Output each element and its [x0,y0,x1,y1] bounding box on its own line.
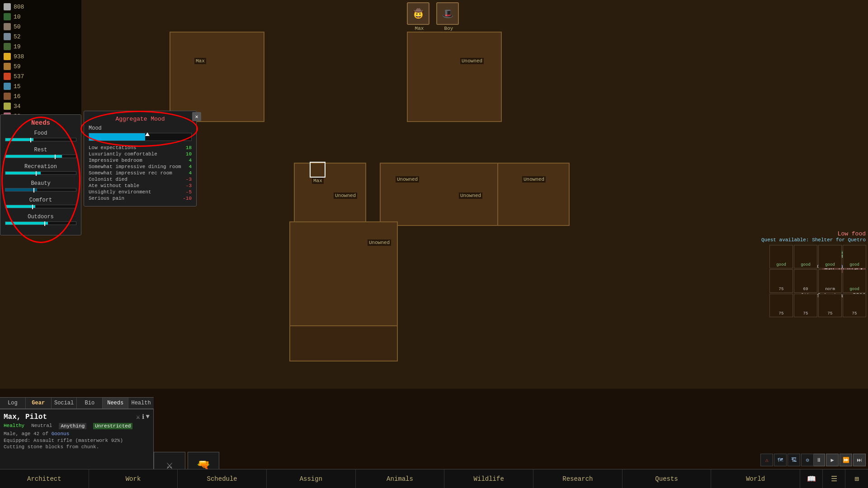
char-icon-sword[interactable]: ⚔ [136,413,140,421]
mood-factor-6-value: -3 [186,183,192,188]
selection-box [310,162,326,178]
stone-icon [4,23,11,30]
mood-factor-1: Luxuriantly comfortable 10 [89,151,192,157]
mood-factor-0-value: 18 [186,145,192,150]
thumb-12[interactable]: 75 [843,294,866,317]
mood-factor-8-value: -10 [183,196,192,201]
tab-social[interactable]: Social [52,398,77,408]
comp-value: 15 [14,83,21,90]
taskbar-research[interactable]: Research [533,469,623,488]
resource-comp: 15 [4,81,78,91]
resource-plant: 19 [4,42,78,52]
meat-icon [4,73,11,80]
right-thumb-row2: 75 69 norm good [769,269,868,293]
need-rest-label: Rest [5,147,76,153]
tab-health[interactable]: Health [128,398,154,408]
thumb-9[interactable]: 75 [769,294,793,317]
taskbar-world[interactable]: World [711,469,800,488]
need-rest-bar [5,155,62,158]
need-rest: Rest [5,147,76,158]
thumb-8[interactable]: good [843,269,866,293]
menu-icon[interactable]: ☰ [823,469,845,488]
resource-bar: 808 10 50 52 19 938 59 537 15 16 34 [0,0,81,133]
resource-gold: 938 [4,52,78,61]
taskbar-architect[interactable]: Architect [0,469,89,488]
mood-factor-4-value: 4 [189,170,192,176]
play-button[interactable]: ▶ [826,454,839,466]
mood-factor-1-value: 10 [186,151,192,157]
taskbar-quests[interactable]: Quests [623,469,712,488]
thumb-4[interactable]: good [843,245,866,268]
mood-factor-2-label: Impressive bedroom [89,158,142,163]
tab-log[interactable]: Log [0,398,26,408]
need-food-bar [5,138,33,141]
faster-button[interactable]: ⏭ [853,454,866,466]
char-action: Cutting stone blocks from chunk. [4,444,150,450]
char-icon-arrow[interactable]: ▼ [146,413,150,421]
build-icon[interactable]: 🏗 [788,454,800,466]
quest-available: Quest available: Shelter for Quetro [761,237,866,243]
resource-stone: 50 [4,22,78,32]
thumb-7[interactable]: norm [818,269,842,293]
thumb-11[interactable]: 75 [818,294,842,317]
tab-bio[interactable]: Bio [77,398,103,408]
right-thumb-row3: 75 75 75 75 [769,293,868,318]
book-icon[interactable]: 📖 [800,469,823,488]
need-beauty-label: Beauty [5,180,76,187]
thumb-6[interactable]: 69 [794,269,817,293]
taskbar-schedule[interactable]: Schedule [178,469,267,488]
taskbar-assign[interactable]: Assign [267,469,356,488]
need-recreation-marker [36,171,37,176]
char-name: Max, Pilot [4,413,150,421]
taskbar-work[interactable]: Work [89,469,178,488]
resource-silver: 808 [4,2,78,12]
alert-icon[interactable]: ⚠ [760,454,773,466]
need-comfort: Comfort [5,197,76,208]
right-thumbs-panel: good good good good 75 69 norm good 75 7… [769,244,868,318]
portrait-max[interactable]: 🤠 Max [407,2,432,31]
portrait-boy[interactable]: 🎩 Boy [436,2,461,31]
thumb-3[interactable]: good [818,245,842,268]
tab-bar: Log Gear Social Bio Needs Health [0,397,154,409]
food-value: 59 [14,63,21,70]
close-button[interactable]: ✕ [192,112,201,121]
thumb-10[interactable]: 75 [794,294,817,317]
settings-icon[interactable]: ⚙ [801,454,814,466]
grid-icon[interactable]: ⊞ [845,469,868,488]
map-icon[interactable]: 🗺 [774,454,787,466]
need-food-label: Food [5,130,76,136]
need-outdoors-marker [44,221,45,226]
taskbar-wildlife[interactable]: Wildlife [444,469,533,488]
taskbar: Architect Work Schedule Assign Animals W… [0,469,868,488]
mood-factor-1-label: Luxuriantly comfortable [89,151,157,157]
thumb-1[interactable]: good [769,245,793,268]
mood-title: Aggregate Mood [89,116,192,122]
thumb-5[interactable]: 75 [769,269,793,293]
mood-factor-4-label: Somewhat impressive rec room [89,170,172,176]
need-recreation-label: Recreation [5,164,76,170]
food-icon [4,63,11,70]
mood-factor-0: Low expectations 18 [89,145,192,151]
thumb-2[interactable]: good [794,245,817,268]
wood-icon [4,93,11,100]
char-mini-icons: ⚔ ℹ ▼ [136,413,150,421]
mood-factor-2-value: 4 [189,158,192,163]
plant-value: 19 [14,43,21,50]
fast-button[interactable]: ⏩ [840,454,852,466]
need-beauty: Beauty [5,180,76,192]
status-restriction: Unrestricted [93,423,132,429]
char-icon-info[interactable]: ℹ [142,413,144,421]
mood-bar [89,133,145,141]
tab-needs[interactable]: Needs [103,398,128,408]
steel-value: 52 [14,33,21,40]
portrait-boy-name: Boy [436,26,461,31]
tab-gear[interactable]: Gear [26,398,52,408]
pause-button[interactable]: ⏸ [812,454,825,466]
cloth-icon [4,103,11,110]
need-recreation: Recreation [5,164,76,175]
needs-title: Needs [5,119,76,127]
taskbar-animals[interactable]: Animals [356,469,445,488]
meat-value: 537 [14,73,24,80]
silver-icon [4,3,11,10]
mood-factor-0-label: Low expectations [89,145,137,150]
